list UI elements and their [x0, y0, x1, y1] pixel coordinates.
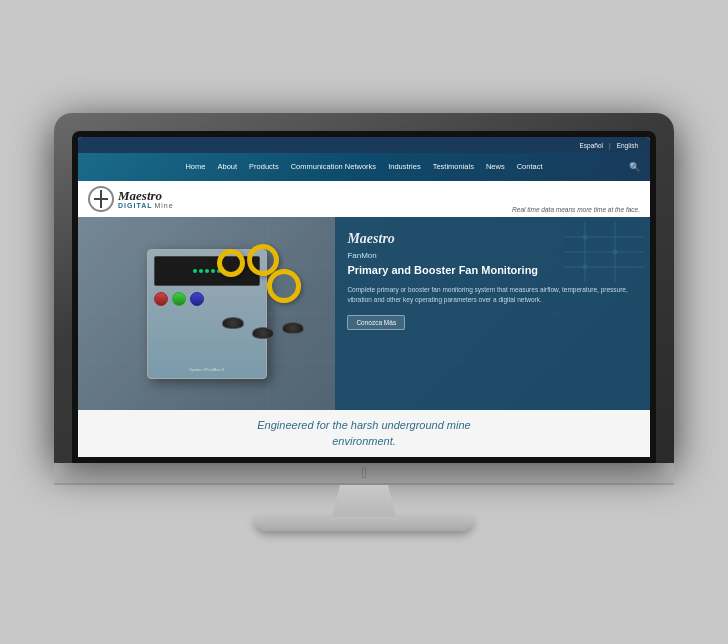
imac-wrapper: Español | English Home About Products Co…	[54, 113, 674, 531]
nav-testimonials[interactable]: Testimonials	[427, 153, 480, 181]
logo-text: Maestro Digital Mine	[118, 189, 174, 209]
logo-area: Maestro Digital Mine	[88, 186, 174, 212]
logo-icon	[88, 186, 114, 212]
logo-tagline: Real time data means more time at the fa…	[512, 206, 640, 213]
logo-sub2: Mine	[154, 202, 173, 209]
product-display: System I/FanMon II	[147, 249, 267, 379]
nav-news[interactable]: News	[480, 153, 511, 181]
search-icon[interactable]: 🔍	[629, 162, 640, 172]
imac-chin: 	[54, 463, 674, 485]
cable-coil-3	[267, 269, 301, 303]
nav-communication-networks[interactable]: Communication Networks	[285, 153, 382, 181]
logo-sub1: Digital	[118, 202, 152, 209]
panel-button-green	[172, 292, 186, 306]
nav-contact[interactable]: Contact	[511, 153, 549, 181]
lang-english[interactable]: English	[617, 142, 638, 149]
indicator-dot-4	[211, 269, 215, 273]
cable-coils-area	[217, 244, 317, 344]
nav-products[interactable]: Products	[243, 153, 285, 181]
main-navigation: Home About Products Communication Networ…	[78, 153, 650, 181]
imac-screen: Español | English Home About Products Co…	[78, 137, 650, 457]
imac-stand-base	[254, 517, 474, 531]
nav-home[interactable]: Home	[179, 153, 211, 181]
sensor-1	[222, 317, 244, 329]
indicator-dot-2	[199, 269, 203, 273]
hero-section: System I/FanMon II	[78, 217, 650, 410]
sensor-3	[282, 322, 304, 334]
apple-logo-icon: 	[361, 465, 366, 481]
nav-industries[interactable]: Industries	[382, 153, 427, 181]
svg-point-20	[583, 265, 587, 269]
nav-links-list: Home About Products Communication Networ…	[179, 153, 548, 181]
indicator-dot-1	[193, 269, 197, 273]
bottom-tagline-line2: environment.	[332, 435, 396, 447]
hero-info-panel: Maestro FanMon Primary and Booster Fan M…	[335, 217, 650, 410]
cta-button[interactable]: Conozca Más	[347, 315, 405, 330]
imac-screen-bezel: Español | English Home About Products Co…	[72, 131, 656, 463]
svg-point-19	[613, 250, 617, 254]
panel-label-text: System I/FanMon II	[154, 367, 260, 372]
panel-button-blue	[190, 292, 204, 306]
bottom-tagline-line1: Engineered for the harsh underground min…	[257, 419, 470, 431]
imac-screen-outer: Español | English Home About Products Co…	[54, 113, 674, 463]
nav-about[interactable]: About	[211, 153, 243, 181]
bottom-tagline: Engineered for the harsh underground min…	[78, 410, 650, 457]
logo-brand-name: Maestro	[118, 189, 174, 202]
sensor-2	[252, 327, 274, 339]
hero-brand-script: Maestro	[347, 231, 638, 247]
hero-product-image-area: System I/FanMon II	[78, 217, 335, 410]
indicator-dot-3	[205, 269, 209, 273]
logo-bar: Maestro Digital Mine Real time data mean…	[78, 181, 650, 217]
cable-coil-2	[217, 249, 245, 277]
hero-product-desc: Complete primary or booster fan monitori…	[347, 285, 638, 305]
language-bar: Español | English	[78, 137, 650, 153]
lang-espanol[interactable]: Español	[579, 142, 603, 149]
imac-stand-neck	[324, 485, 404, 517]
panel-button-red	[154, 292, 168, 306]
website: Español | English Home About Products Co…	[78, 137, 650, 457]
